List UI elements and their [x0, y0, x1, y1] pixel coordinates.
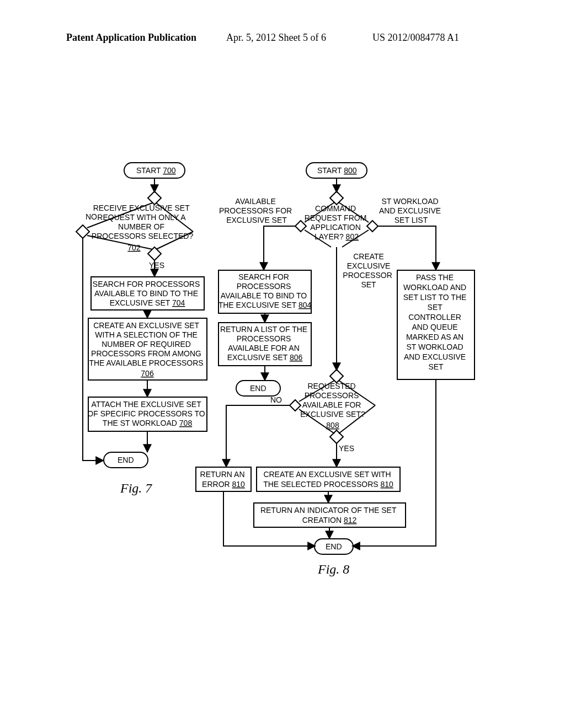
svg-text:808: 808: [326, 421, 339, 430]
fig7-no-label: NO: [86, 212, 97, 221]
fig8-decision-802: COMMAND REQUEST FROM APPLICATION LAYER? …: [295, 191, 378, 247]
fig8-box-806: RETURN A LIST OF THE PROCESSORS AVAILABL…: [220, 325, 310, 362]
fig8-no-label: NO: [270, 395, 282, 404]
fig7-box-704: SEARCH FOR PROCESSORS AVAILABLE TO BIND …: [93, 280, 202, 307]
fig7-box-706: CREATE AN EXCLUSIVE SET WITH A SELECTION…: [89, 321, 205, 378]
fig8-box-pass: PASS THE WORKLOAD AND SET LIST TO THE SE…: [403, 273, 469, 371]
fig8-branch-available: AVAILABLE PROCESSORS FOR EXCLUSIVE SET: [219, 197, 294, 224]
fig8-end-mid: END: [250, 384, 266, 393]
fig8-box-812: RETURN AN INDICATOR OF THE SET CREATION …: [260, 506, 398, 524]
fig8-branch-create: CREATE EXCLUSIVE PROCESSOR SET: [343, 252, 394, 289]
fig7-decision-702: RECEIVE EXCLUSIVE SET REQUEST WITH ONLY …: [76, 191, 193, 260]
fig7-end: END: [118, 456, 134, 464]
fig7-yes-label: YES: [149, 261, 164, 270]
fig7-label: Fig. 7: [120, 481, 152, 495]
svg-text:REQUESTED
        PROCESSORS
 : REQUESTED PROCESSORS AVAILABLE FOR EXCLU…: [300, 382, 365, 419]
fig8-box-810: CREATE AN EXCLUSIVE SET WITH THE SELECTE…: [263, 470, 393, 489]
fig8-box-804: SEARCH FOR PROCESSORS AVAILABLE TO BIND …: [218, 272, 312, 309]
fig8: START 800 COMMAND REQUEST FROM APPLICATI…: [196, 163, 475, 576]
svg-text:RECEIVE EXCLUSIVE SET
        : RECEIVE EXCLUSIVE SET REQUEST WITH ONLY …: [92, 204, 194, 240]
fig7-box-708: ATTACH THE EXCLUSIVE SET OF SPECIFIC PRO…: [87, 400, 207, 427]
fig8-yes-label: YES: [339, 444, 354, 453]
fig8-branch-stworkload: ST WORKLOAD AND EXCLUSIVE SET LIST: [379, 197, 443, 224]
fig7-start: START 700: [136, 166, 176, 175]
fig8-end: END: [326, 542, 342, 551]
fig8-label: Fig. 8: [317, 562, 349, 576]
svg-text:COMMAND
        REQUEST FROM
 : COMMAND REQUEST FROM APPLICATION LAYER? …: [305, 204, 369, 241]
flowchart-canvas: START 700 RECEIVE EXCLUSIVE SET REQUEST …: [0, 0, 565, 728]
fig8-start: START 800: [317, 166, 357, 175]
fig7: START 700 RECEIVE EXCLUSIVE SET REQUEST …: [76, 163, 207, 495]
fig8-decision-808: REQUESTED PROCESSORS AVAILABLE FOR EXCLU…: [290, 370, 375, 443]
fig8-box-err: RETURN AN ERROR 810: [200, 470, 247, 489]
svg-text:702: 702: [127, 243, 141, 252]
